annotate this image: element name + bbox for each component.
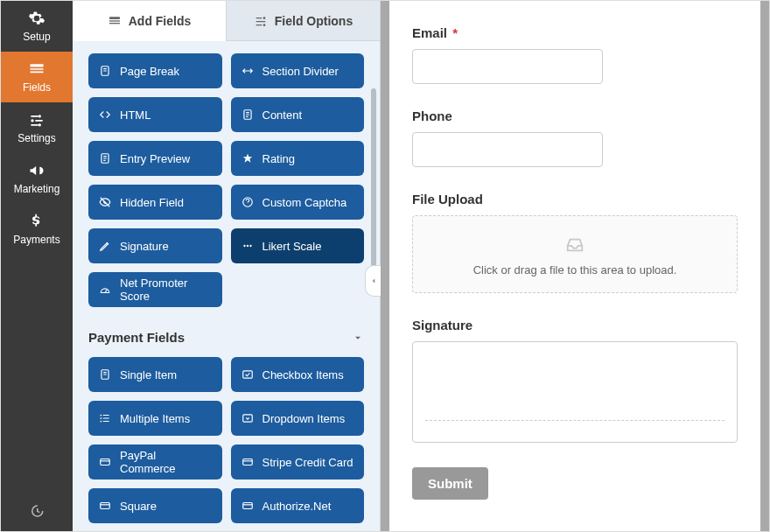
- submit-button[interactable]: Submit: [412, 467, 488, 500]
- nav-payments-label: Payments: [13, 234, 60, 246]
- phone-label: Phone: [412, 108, 738, 123]
- field-section-divider[interactable]: Section Divider: [231, 53, 365, 88]
- chevron-down-icon: [352, 332, 364, 344]
- tab-field-options[interactable]: Field Options: [227, 1, 380, 41]
- field-entry-preview-label: Entry Preview: [120, 152, 190, 165]
- field-signature[interactable]: Signature: [88, 228, 222, 263]
- nav-fields-label: Fields: [23, 81, 51, 94]
- email-input[interactable]: [412, 49, 603, 84]
- gauge-icon: [99, 284, 111, 296]
- page-icon: [242, 108, 254, 121]
- field-custom-captcha[interactable]: Custom Captcha: [231, 185, 365, 220]
- gear-icon: [28, 10, 46, 27]
- payment-fields-header[interactable]: Payment Fields: [88, 330, 364, 345]
- field-single-item-label: Single Item: [120, 368, 177, 382]
- form-icon: [28, 60, 46, 78]
- field-likert-scale-label: Likert Scale: [262, 240, 322, 253]
- field-paypal-commerce-label: PayPal Commerce: [120, 449, 212, 475]
- field-stripe-cc-label: Stripe Credit Card: [262, 456, 354, 469]
- nav-setup[interactable]: Setup: [1, 1, 73, 52]
- file-upload-hint: Click or drag a file to this area to upl…: [473, 263, 677, 276]
- field-page-break[interactable]: Page Break: [88, 53, 222, 88]
- tab-add-fields[interactable]: Add Fields: [73, 1, 227, 41]
- nav-fields[interactable]: Fields: [1, 52, 73, 102]
- fields-panel: Add Fields Field Options Page BreakSecti…: [73, 1, 381, 531]
- preview-frame-right: [760, 1, 769, 531]
- tab-add-fields-label: Add Fields: [129, 14, 192, 28]
- phone-input[interactable]: [412, 132, 603, 167]
- field-likert-scale[interactable]: Likert Scale: [231, 228, 365, 263]
- panel-body[interactable]: Page BreakSection DividerHTMLContentEntr…: [73, 41, 380, 531]
- payment-fields-title: Payment Fields: [88, 330, 185, 345]
- field-custom-captcha-label: Custom Captcha: [262, 196, 347, 209]
- pen-icon: [99, 240, 111, 252]
- chevron-left-icon: [369, 276, 378, 285]
- field-section-divider-label: Section Divider: [262, 65, 339, 78]
- fancy-fields-grid: Page BreakSection DividerHTMLContentEntr…: [88, 53, 364, 307]
- field-dropdown-items-label: Dropdown Items: [262, 412, 346, 425]
- email-label-text: Email: [412, 25, 447, 40]
- preview-frame-left: [381, 1, 389, 531]
- arrow-lr-icon: [242, 65, 254, 77]
- dropdown-icon: [242, 412, 254, 424]
- field-authorize-net[interactable]: Authorize.Net: [231, 488, 365, 523]
- field-entry-preview[interactable]: Entry Preview: [88, 141, 222, 176]
- file-upload-block[interactable]: File Upload Click or drag a file to this…: [412, 192, 738, 293]
- svg-rect-0: [109, 17, 120, 19]
- field-square-label: Square: [120, 500, 157, 513]
- nav-settings-label: Settings: [18, 132, 55, 144]
- inbox-icon: [563, 235, 587, 255]
- question-icon: [242, 196, 254, 208]
- nav-setup-label: Setup: [23, 31, 50, 43]
- field-multiple-items[interactable]: Multiple Items: [88, 401, 222, 436]
- field-signature-label: Signature: [120, 240, 169, 253]
- card-icon: [99, 500, 111, 512]
- email-field-block[interactable]: Email *: [412, 25, 738, 84]
- file-upload-dropzone[interactable]: Click or drag a file to this area to upl…: [412, 215, 738, 293]
- svg-rect-2: [109, 23, 120, 24]
- file-icon: [99, 368, 111, 381]
- nav-marketing[interactable]: Marketing: [1, 153, 73, 204]
- field-dropdown-items[interactable]: Dropdown Items: [231, 401, 365, 436]
- nav-payments[interactable]: Payments: [1, 204, 73, 255]
- field-authorize-net-label: Authorize.Net: [262, 500, 332, 513]
- card-icon: [99, 456, 111, 468]
- card-icon: [242, 500, 254, 512]
- file-icon: [99, 65, 111, 77]
- field-content[interactable]: Content: [231, 97, 365, 132]
- panel-collapse-handle[interactable]: [365, 265, 381, 297]
- svg-point-4: [262, 24, 265, 26]
- file-upload-label: File Upload: [412, 192, 738, 206]
- field-square[interactable]: Square: [88, 488, 222, 523]
- panel-tabs: Add Fields Field Options: [73, 1, 380, 41]
- field-rating[interactable]: Rating: [231, 141, 365, 176]
- dots-icon: [242, 240, 254, 252]
- phone-field-block[interactable]: Phone: [412, 108, 738, 167]
- scrollbar-thumb[interactable]: [371, 88, 376, 290]
- left-nav: Setup Fields Settings Marketing Payments: [1, 1, 73, 531]
- email-label: Email *: [412, 25, 738, 40]
- field-hidden-field-label: Hidden Field: [120, 196, 184, 209]
- field-html-label: HTML: [120, 108, 150, 122]
- nav-history[interactable]: [1, 491, 73, 531]
- field-stripe-cc[interactable]: Stripe Credit Card: [231, 444, 365, 480]
- field-rating-label: Rating: [262, 152, 296, 165]
- nav-marketing-label: Marketing: [14, 183, 60, 195]
- field-checkbox-items[interactable]: Checkbox Items: [231, 357, 365, 392]
- field-html[interactable]: HTML: [88, 97, 222, 132]
- page-icon: [99, 152, 111, 164]
- field-single-item[interactable]: Single Item: [88, 357, 222, 392]
- signature-field-block[interactable]: Signature: [412, 318, 738, 443]
- add-fields-icon: [108, 14, 122, 28]
- signature-pad[interactable]: [412, 341, 738, 443]
- field-hidden-field[interactable]: Hidden Field: [88, 185, 222, 220]
- field-nps[interactable]: Net Promoter Score: [88, 272, 222, 307]
- dollar-icon: [28, 213, 46, 230]
- field-paypal-commerce[interactable]: PayPal Commerce: [88, 444, 222, 480]
- form-preview[interactable]: Email * Phone File Upload Click or drag …: [381, 1, 769, 531]
- nav-settings[interactable]: Settings: [1, 102, 73, 153]
- svg-point-3: [262, 17, 265, 19]
- field-nps-label: Net Promoter Score: [120, 276, 212, 303]
- tab-field-options-label: Field Options: [275, 14, 353, 28]
- form-preview-wrap: Email * Phone File Upload Click or drag …: [381, 1, 769, 531]
